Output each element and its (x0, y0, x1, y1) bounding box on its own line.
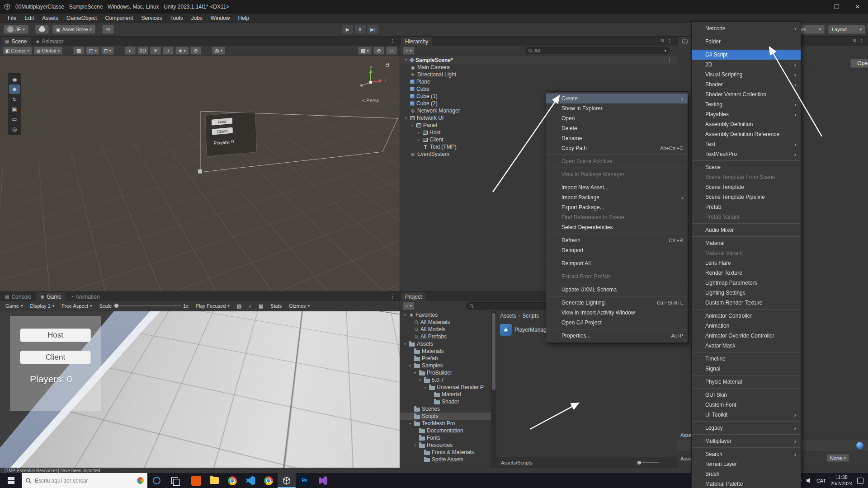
taskbar-photoshop[interactable]: Ps (296, 473, 314, 488)
asset-playermanager[interactable]: # PlayerManag (500, 324, 547, 336)
project-tree-item-material[interactable]: Material (400, 391, 491, 398)
project-tree-item-resources[interactable]: ▾Resources (400, 441, 491, 449)
menu-item-open-c-project[interactable]: Open C# Project (546, 318, 688, 328)
menu-item-render-texture[interactable]: Render Texture (692, 268, 801, 278)
menu-item-legacy[interactable]: Legacy› (692, 423, 801, 433)
vsync-button[interactable]: ▦ (256, 302, 266, 310)
menu-item-avatar-mask[interactable]: Avatar Mask (692, 341, 801, 351)
menu-file[interactable]: File (4, 14, 20, 23)
tool-orientation-dropdown[interactable]: ◍ Global ▾ (34, 47, 62, 55)
project-tree-item-shader[interactable]: Shader (400, 398, 491, 405)
taskbar-unity[interactable] (278, 473, 296, 488)
scene-search-button[interactable]: ⊕ (373, 47, 384, 55)
grid-snapping-button[interactable]: ▦ (73, 47, 84, 55)
breadcrumb-assets[interactable]: Assets (500, 313, 516, 319)
client-button[interactable]: Client (20, 351, 91, 364)
minimize-button[interactable]: ─ (806, 0, 826, 14)
project-tree-item-fonts-materials[interactable]: Fonts & Materials (400, 449, 491, 456)
lock-icon[interactable]: ⊙ (853, 38, 856, 43)
project-tree-item-all-models[interactable]: All Models (400, 326, 491, 333)
scrollbar-thumb[interactable] (492, 313, 495, 390)
expand-caret-icon[interactable]: ▾ (413, 443, 417, 447)
project-tree-item-samples[interactable]: ▾Samples (400, 362, 491, 369)
open-script-button[interactable]: Open (850, 59, 868, 68)
menu-item-scene-template[interactable]: Scene Template (692, 182, 801, 192)
menu-item-animator-override-controller[interactable]: Animator Override Controller (692, 331, 801, 341)
menu-help[interactable]: Help (234, 14, 254, 23)
menu-gameobject[interactable]: GameObject (62, 14, 101, 23)
menu-item-update-uxml-schema[interactable]: Update UXML Schema (546, 285, 688, 295)
project-tree-item-textmesh-pro[interactable]: ▾TextMesh Pro (400, 420, 491, 427)
menu-item-generate-lighting[interactable]: Generate LightingCtrl+Shift+L (546, 298, 688, 308)
menu-item-c-script[interactable]: C# Script (692, 50, 801, 60)
menu-item-textmeshpro[interactable]: TextMeshPro› (692, 149, 801, 159)
menu-jobs[interactable]: Jobs (187, 14, 206, 23)
menu-item-scene[interactable]: Scene (692, 162, 801, 172)
asset-store-dropdown[interactable]: ▣ Asset Store ▾ (52, 25, 95, 34)
gizmos-dropdown-scene[interactable]: ▩▾ (358, 47, 372, 55)
project-tree-item-all-materials[interactable]: All Materials (400, 319, 491, 326)
task-view-button[interactable] (165, 473, 184, 488)
project-tree-scrollbar[interactable] (491, 311, 496, 468)
menu-component[interactable]: Component (101, 14, 137, 23)
aspect-dropdown[interactable]: Free Aspect ▾ (59, 302, 94, 310)
move-tool-button[interactable]: ⊕ (9, 84, 20, 94)
menu-item-custom-render-texture[interactable]: Custom Render Texture (692, 298, 801, 308)
hierarchy-item-plane[interactable]: Plane (400, 78, 677, 85)
slider-knob[interactable] (114, 304, 118, 308)
expand-caret-icon[interactable]: ▾ (403, 313, 407, 317)
menu-item-open[interactable]: Open (546, 113, 688, 123)
scene-viewport[interactable]: Host Client Players: 0 ◉ ⊕ ↻ ▣ ▭ ◎ (0, 56, 400, 291)
hierarchy-search-input[interactable]: All ▾ (525, 47, 670, 54)
tab-animator[interactable]: ◈ Animator (32, 37, 67, 46)
menu-item-refresh[interactable]: RefreshCtrl+R (546, 235, 688, 245)
search-input[interactable] (35, 478, 125, 484)
menu-item-physic-material[interactable]: Physic Material (692, 377, 801, 387)
expand-caret-icon[interactable]: ▾ (408, 364, 412, 368)
tab-scene[interactable]: ▦ Scene (1, 37, 31, 46)
project-tree-item-documentation[interactable]: Documentation (400, 427, 491, 434)
menu-item-search[interactable]: Search› (692, 449, 801, 459)
menu-item-folder[interactable]: Folder (692, 37, 801, 47)
rotate-tool-button[interactable]: ↻ (9, 94, 20, 104)
menu-item-shader[interactable]: Shader› (692, 80, 801, 89)
menu-item-properties[interactable]: Properties...Alt+P (546, 331, 688, 341)
mute-audio-button[interactable]: ♪ (246, 302, 254, 310)
tab-animation[interactable]: ◔ Animation (66, 292, 104, 301)
menu-item-playables[interactable]: Playables› (692, 109, 801, 119)
effects-dropdown[interactable]: ∗▾ (175, 47, 189, 55)
add-asset-button[interactable]: + ▾ (403, 302, 415, 310)
tool-handle-dropdown[interactable]: ◧ Center ▾ (3, 47, 32, 55)
expand-caret-icon[interactable]: ▾ (403, 342, 407, 346)
transform-tool-button[interactable]: ◎ (9, 124, 20, 134)
scene-globe-button[interactable]: ○ (386, 47, 397, 55)
menu-item-import-package[interactable]: Import Package› (546, 192, 688, 202)
menu-item-testing[interactable]: Testing› (692, 99, 801, 109)
rect-tool-button[interactable]: ▭ (9, 114, 20, 124)
expand-caret-icon[interactable]: ▾ (418, 378, 422, 382)
start-button[interactable] (0, 473, 22, 488)
play-button[interactable]: ▶ (342, 24, 354, 34)
tab-game[interactable]: ◉ Game (36, 292, 65, 301)
expand-caret-icon[interactable]: ▾ (404, 116, 408, 120)
menu-item-delete[interactable]: Delete (546, 123, 688, 133)
project-tree-item-scenes[interactable]: Scenes (400, 405, 491, 413)
taskbar-visual-studio[interactable] (314, 473, 332, 488)
account-dropdown[interactable]: JF ▾ (4, 25, 28, 34)
menu-item-select-dependencies[interactable]: Select Dependencies (546, 222, 688, 232)
scene-header-row[interactable]: ▾ SampleScene* ⋮ (400, 56, 677, 64)
volume-icon[interactable] (806, 478, 812, 483)
pause-button[interactable]: ‖ (354, 24, 366, 34)
menu-item-brush[interactable]: Brush (692, 469, 801, 479)
perspective-label[interactable]: < Persp (352, 98, 390, 103)
menu-item-animator-controller[interactable]: Animator Controller (692, 311, 801, 321)
menu-item-rename[interactable]: Rename (546, 133, 688, 143)
menu-edit[interactable]: Edit (20, 14, 38, 23)
asset-bundle-dropdown[interactable]: None ▾ (827, 454, 849, 462)
menu-item-reimport[interactable]: Reimport (546, 245, 688, 255)
expand-caret-icon[interactable]: ▾ (423, 385, 427, 389)
view-tool-button[interactable]: ◉ (9, 75, 20, 84)
tab-project[interactable]: Project (401, 292, 426, 301)
menu-window[interactable]: Window (207, 14, 234, 23)
project-tree-item-assets[interactable]: ▾Assets (400, 340, 491, 347)
